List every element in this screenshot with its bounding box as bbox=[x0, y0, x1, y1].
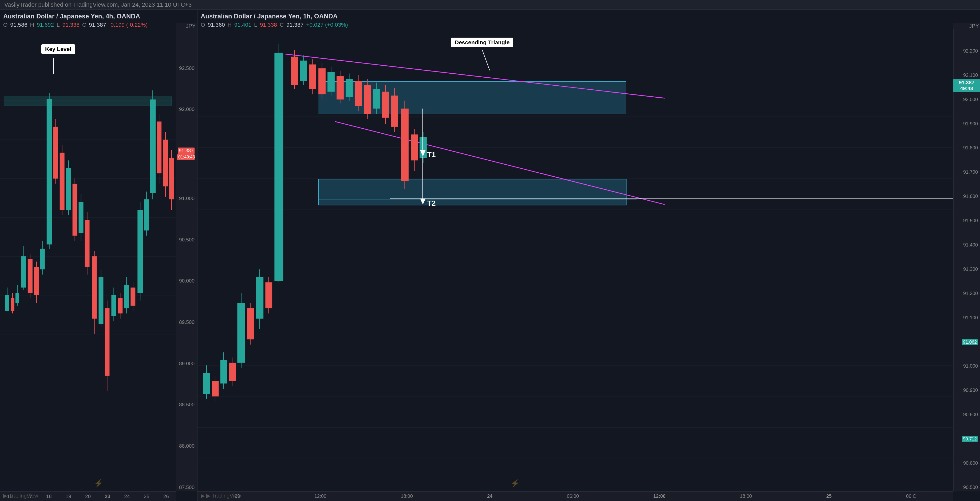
key-level-arrow bbox=[53, 57, 54, 74]
svg-rect-13 bbox=[4, 97, 172, 105]
price-91500: 91.387 01:49:43 bbox=[177, 148, 196, 160]
left-chart-header: Australian Dollar / Japanese Yen, 4h, OA… bbox=[3, 12, 148, 29]
t1-price-label: 91.062 bbox=[955, 339, 979, 345]
right-chart-area: Descending Triangle T1 T2 bbox=[197, 23, 953, 491]
t1-label: T1 bbox=[427, 151, 436, 159]
t2-price-label: 90.712 bbox=[955, 436, 979, 442]
right-price-scale: 92.300 92.200 92.100 92.000 91.900 91.80… bbox=[953, 23, 980, 491]
price-88000: 88.000 bbox=[177, 443, 196, 449]
t2-label: T2 bbox=[427, 199, 436, 208]
price-88500: 88.500 bbox=[177, 402, 196, 408]
left-price-scale: 93.000 92.500 92.000 91.387 01:49:43 91.… bbox=[176, 23, 197, 491]
right-chart-header: Australian Dollar / Japanese Yen, 1h, OA… bbox=[201, 12, 348, 29]
left-chart-svg bbox=[0, 23, 176, 491]
chart-container: Australian Dollar / Japanese Yen, 4h, OA… bbox=[0, 10, 980, 501]
right-tv-logo: ▶▶ TradingView bbox=[201, 493, 241, 499]
left-chart-symbol: Australian Dollar / Japanese Yen, 4h, OA… bbox=[3, 12, 148, 21]
price-90500: 90.500 bbox=[177, 237, 196, 243]
right-currency-label: JPY bbox=[953, 23, 980, 29]
left-chart-area: Key Level bbox=[0, 23, 176, 491]
right-watermark: ⚡ bbox=[511, 479, 520, 488]
price-87500: 87.500 bbox=[177, 485, 196, 490]
price-92500: 92.500 bbox=[177, 65, 196, 71]
left-tv-logo: ▶TradingView bbox=[3, 493, 38, 499]
right-current-price: 91.387 49:43 bbox=[953, 79, 980, 92]
right-chart-svg bbox=[197, 23, 953, 491]
right-time-scale: 23 12:00 18:00 24 06:00 12:00 18:00 25 0… bbox=[197, 491, 953, 501]
left-watermark: ⚡ bbox=[94, 479, 103, 488]
descending-triangle-label: Descending Triangle bbox=[451, 38, 513, 47]
price-91000: 91.000 bbox=[177, 196, 196, 201]
price-89500: 89.500 bbox=[177, 319, 196, 325]
price-89000: 89.000 bbox=[177, 361, 196, 367]
price-92000: 92.000 bbox=[177, 107, 196, 112]
left-chart-panel: Australian Dollar / Japanese Yen, 4h, OA… bbox=[0, 10, 197, 501]
price-90000: 90.000 bbox=[177, 278, 196, 284]
top-bar: VasilyTrader published on TradingView.co… bbox=[0, 0, 980, 10]
key-level-label: Key Level bbox=[41, 44, 75, 54]
right-chart-ohlc: O91.360 H91.401 L91.338 C91.387 +0.027 (… bbox=[201, 21, 348, 29]
left-currency-label: JPY bbox=[176, 23, 197, 29]
right-chart-panel: Australian Dollar / Japanese Yen, 1h, OA… bbox=[197, 10, 980, 501]
left-chart-ohlc: O91.586 H91.692 L91.338 C91.387 -0.199 (… bbox=[3, 21, 148, 29]
right-chart-symbol: Australian Dollar / Japanese Yen, 1h, OA… bbox=[201, 12, 348, 21]
top-bar-text: VasilyTrader published on TradingView.co… bbox=[4, 2, 192, 8]
